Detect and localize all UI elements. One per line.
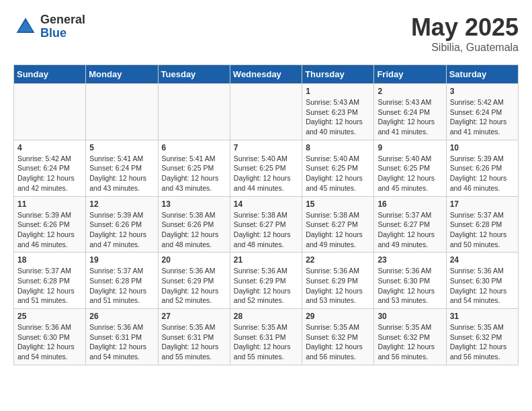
calendar-day: 19Sunrise: 5:37 AM Sunset: 6:28 PM Dayli… [86,253,158,309]
day-number: 31 [450,312,515,321]
day-info: Sunrise: 5:43 AM Sunset: 6:23 PM Dayligh… [306,97,370,137]
day-info: Sunrise: 5:42 AM Sunset: 6:24 PM Dayligh… [17,154,82,193]
day-number: 5 [89,143,154,152]
day-number: 4 [17,143,82,152]
day-info: Sunrise: 5:36 AM Sunset: 6:29 PM Dayligh… [306,266,370,306]
calendar-day: 4Sunrise: 5:42 AM Sunset: 6:24 PM Daylig… [14,140,86,196]
weekday-header: Saturday [446,65,518,84]
day-info: Sunrise: 5:41 AM Sunset: 6:25 PM Dayligh… [162,154,226,193]
day-number: 7 [234,143,298,152]
day-number: 19 [89,255,154,265]
logo-text: General Blue [40,13,85,40]
weekday-header: Friday [374,65,446,84]
day-info: Sunrise: 5:35 AM Sunset: 6:32 PM Dayligh… [450,322,515,362]
day-info: Sunrise: 5:36 AM Sunset: 6:29 PM Dayligh… [162,266,226,306]
weekday-header: Monday [86,65,158,84]
day-number: 14 [234,199,298,209]
calendar-day: 5Sunrise: 5:41 AM Sunset: 6:24 PM Daylig… [86,140,158,196]
day-number: 2 [378,87,442,96]
day-info: Sunrise: 5:36 AM Sunset: 6:31 PM Dayligh… [89,322,154,362]
logo: General Blue [13,13,85,40]
day-number: 10 [450,143,515,152]
day-number: 1 [306,87,370,96]
day-number: 16 [378,199,442,209]
calendar-day: 20Sunrise: 5:36 AM Sunset: 6:29 PM Dayli… [158,253,230,309]
day-info: Sunrise: 5:38 AM Sunset: 6:26 PM Dayligh… [162,210,226,250]
day-number: 9 [378,143,442,152]
calendar-day: 11Sunrise: 5:39 AM Sunset: 6:26 PM Dayli… [14,196,86,253]
day-info: Sunrise: 5:36 AM Sunset: 6:30 PM Dayligh… [450,266,515,306]
calendar-day: 9Sunrise: 5:40 AM Sunset: 6:25 PM Daylig… [374,140,446,196]
day-number: 3 [450,87,515,96]
calendar-day: 31Sunrise: 5:35 AM Sunset: 6:32 PM Dayli… [446,309,518,365]
day-number: 13 [162,199,226,209]
day-info: Sunrise: 5:35 AM Sunset: 6:31 PM Dayligh… [162,322,226,362]
calendar-day: 7Sunrise: 5:40 AM Sunset: 6:25 PM Daylig… [230,140,302,196]
calendar-week-row: 25Sunrise: 5:36 AM Sunset: 6:30 PM Dayli… [14,309,519,365]
calendar-empty-day [230,84,302,140]
day-number: 12 [89,199,154,209]
calendar-day: 15Sunrise: 5:38 AM Sunset: 6:27 PM Dayli… [302,196,374,253]
calendar-day: 27Sunrise: 5:35 AM Sunset: 6:31 PM Dayli… [158,309,230,365]
calendar-day: 14Sunrise: 5:38 AM Sunset: 6:27 PM Dayli… [230,196,302,253]
day-number: 29 [306,312,370,321]
day-info: Sunrise: 5:37 AM Sunset: 6:27 PM Dayligh… [378,210,442,250]
calendar-day: 10Sunrise: 5:39 AM Sunset: 6:26 PM Dayli… [446,140,518,196]
day-number: 24 [450,255,515,265]
calendar-day: 21Sunrise: 5:36 AM Sunset: 6:29 PM Dayli… [230,253,302,309]
day-info: Sunrise: 5:37 AM Sunset: 6:28 PM Dayligh… [450,210,515,250]
calendar-body: 1Sunrise: 5:43 AM Sunset: 6:23 PM Daylig… [14,84,519,365]
day-info: Sunrise: 5:35 AM Sunset: 6:32 PM Dayligh… [306,322,370,362]
day-info: Sunrise: 5:40 AM Sunset: 6:25 PM Dayligh… [378,154,442,193]
day-info: Sunrise: 5:38 AM Sunset: 6:27 PM Dayligh… [306,210,370,250]
day-number: 30 [378,312,442,321]
day-number: 6 [162,143,226,152]
calendar-week-row: 4Sunrise: 5:42 AM Sunset: 6:24 PM Daylig… [14,140,519,196]
day-info: Sunrise: 5:39 AM Sunset: 6:26 PM Dayligh… [450,154,515,193]
day-info: Sunrise: 5:36 AM Sunset: 6:30 PM Dayligh… [378,266,442,306]
day-number: 15 [306,199,370,209]
day-number: 23 [378,255,442,265]
day-number: 11 [17,199,82,209]
calendar-day: 24Sunrise: 5:36 AM Sunset: 6:30 PM Dayli… [446,253,518,309]
day-number: 17 [450,199,515,209]
calendar-day: 3Sunrise: 5:42 AM Sunset: 6:24 PM Daylig… [446,84,518,140]
calendar-day: 16Sunrise: 5:37 AM Sunset: 6:27 PM Dayli… [374,196,446,253]
title-block: May 2025 Sibilia, Guatemala [411,13,519,54]
calendar-day: 22Sunrise: 5:36 AM Sunset: 6:29 PM Dayli… [302,253,374,309]
day-info: Sunrise: 5:37 AM Sunset: 6:28 PM Dayligh… [89,266,154,306]
day-info: Sunrise: 5:36 AM Sunset: 6:29 PM Dayligh… [234,266,298,306]
day-info: Sunrise: 5:39 AM Sunset: 6:26 PM Dayligh… [89,210,154,250]
calendar-day: 2Sunrise: 5:43 AM Sunset: 6:24 PM Daylig… [374,84,446,140]
day-info: Sunrise: 5:40 AM Sunset: 6:25 PM Dayligh… [306,154,370,193]
month-year: May 2025 [411,13,519,42]
day-info: Sunrise: 5:39 AM Sunset: 6:26 PM Dayligh… [17,210,82,250]
day-info: Sunrise: 5:43 AM Sunset: 6:24 PM Dayligh… [378,97,442,137]
day-info: Sunrise: 5:35 AM Sunset: 6:31 PM Dayligh… [234,322,298,362]
day-number: 22 [306,255,370,265]
logo-blue-text: Blue [40,27,85,40]
page-header: General Blue May 2025 Sibilia, Guatemala [13,13,519,54]
location: Sibilia, Guatemala [411,42,519,54]
calendar-empty-day [158,84,230,140]
weekday-header: Thursday [302,65,374,84]
day-info: Sunrise: 5:37 AM Sunset: 6:28 PM Dayligh… [17,266,82,306]
calendar: SundayMondayTuesdayWednesdayThursdayFrid… [13,64,519,365]
day-number: 20 [162,255,226,265]
calendar-week-row: 1Sunrise: 5:43 AM Sunset: 6:23 PM Daylig… [14,84,519,140]
calendar-day: 8Sunrise: 5:40 AM Sunset: 6:25 PM Daylig… [302,140,374,196]
day-number: 28 [234,312,298,321]
calendar-day: 13Sunrise: 5:38 AM Sunset: 6:26 PM Dayli… [158,196,230,253]
day-number: 25 [17,312,82,321]
calendar-day: 28Sunrise: 5:35 AM Sunset: 6:31 PM Dayli… [230,309,302,365]
calendar-empty-day [14,84,86,140]
calendar-day: 1Sunrise: 5:43 AM Sunset: 6:23 PM Daylig… [302,84,374,140]
logo-icon [13,15,38,39]
calendar-day: 30Sunrise: 5:35 AM Sunset: 6:32 PM Dayli… [374,309,446,365]
day-info: Sunrise: 5:35 AM Sunset: 6:32 PM Dayligh… [378,322,442,362]
calendar-day: 12Sunrise: 5:39 AM Sunset: 6:26 PM Dayli… [86,196,158,253]
day-info: Sunrise: 5:36 AM Sunset: 6:30 PM Dayligh… [17,322,82,362]
weekday-header: Wednesday [230,65,302,84]
weekday-header: Tuesday [158,65,230,84]
day-info: Sunrise: 5:41 AM Sunset: 6:24 PM Dayligh… [89,154,154,193]
